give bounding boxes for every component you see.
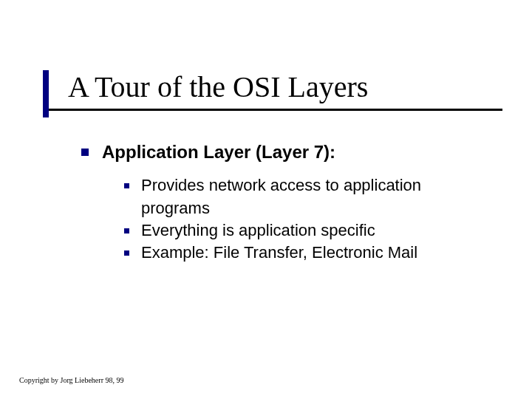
copyright-footer: Copyright by Jorg Liebeherr 98, 99 [19, 376, 123, 384]
slide: A Tour of the OSI Layers Application Lay… [0, 0, 532, 399]
bullet-level1-text: Application Layer (Layer 7): [102, 140, 335, 164]
title-underline [43, 109, 502, 111]
bullet-level2-text: Provides network access to application p… [141, 174, 488, 219]
square-bullet-icon [124, 250, 129, 256]
square-bullet-icon [81, 149, 89, 156]
title-block: A Tour of the OSI Layers [43, 70, 502, 111]
bullet-level2-text: Everything is application specific [141, 219, 375, 242]
bullet-level2: Everything is application specific [124, 219, 488, 242]
square-bullet-icon [124, 228, 129, 233]
bullet-level2-text: Example: File Transfer, Electronic Mail [141, 242, 417, 264]
bullet-level1: Application Layer (Layer 7): [81, 140, 488, 164]
slide-body: Application Layer (Layer 7): Provides ne… [81, 140, 488, 265]
title-accent-bar [43, 70, 49, 117]
bullet-level2-group: Provides network access to application p… [124, 174, 488, 264]
square-bullet-icon [124, 183, 129, 188]
bullet-level2: Example: File Transfer, Electronic Mail [124, 242, 488, 264]
bullet-level2: Provides network access to application p… [124, 174, 488, 219]
slide-title: A Tour of the OSI Layers [43, 70, 502, 104]
